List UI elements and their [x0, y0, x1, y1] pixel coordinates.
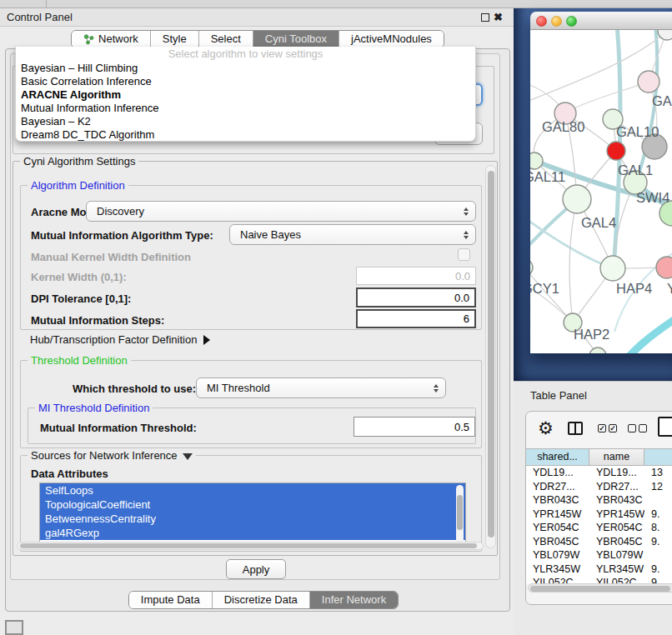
bottom-tab-discretize-data-label: Discretize Data — [224, 592, 298, 608]
network-tab-icon — [83, 34, 94, 45]
network-canvas[interactable]: GALGAL80GAL10GAL1GAL11GAL4SWI4GCY1HAP4YH… — [530, 30, 672, 353]
select-all-icon[interactable]: ✓✓ — [598, 424, 617, 432]
table-cell[interactable] — [644, 493, 672, 508]
dropdown-item-mutual-information-inference[interactable]: Mutual Information Inference — [16, 102, 475, 115]
network-node-y[interactable] — [656, 257, 672, 278]
table-cell[interactable]: 12 — [644, 480, 672, 494]
table-cell[interactable] — [644, 548, 672, 562]
bottom-tab-impute-data[interactable]: Impute Data — [129, 592, 213, 608]
attribute-item-betweennesscentrality[interactable]: BetweennessCentrality — [40, 512, 465, 526]
network-node[interactable] — [607, 142, 625, 160]
table-card: ⚙ ✓✓ shared...nameA YDL19...YDL19...13YD… — [525, 411, 672, 605]
table-settings-gear-icon[interactable]: ⚙ — [538, 418, 554, 438]
bottom-tab-infer-network[interactable]: Infer Network — [310, 592, 398, 608]
tab-select[interactable]: Select — [199, 31, 253, 48]
network-node-gal4[interactable] — [563, 185, 591, 213]
network-node[interactable] — [589, 348, 606, 353]
settings-hscrollbar-thumb[interactable] — [20, 543, 477, 548]
settings-scrollbar-thumb[interactable] — [488, 171, 494, 538]
aracne-mode-combobox[interactable]: Discovery — [86, 201, 476, 222]
mi-algorithm-type-combobox[interactable]: Naive Bayes — [229, 224, 476, 245]
table-cell[interactable]: YBL079W — [526, 548, 589, 562]
table-cell[interactable]: 8. — [644, 521, 672, 535]
table-cell[interactable]: YDL19... — [526, 466, 589, 480]
table-cell[interactable]: YBL079W — [589, 548, 644, 562]
node-label-gal4: GAL4 — [581, 215, 616, 230]
tab-network[interactable]: Network — [72, 31, 151, 48]
float-panel-icon[interactable] — [481, 13, 489, 22]
apply-button[interactable]: Apply — [226, 559, 286, 579]
attribute-item-topologicalcoefficient[interactable]: TopologicalCoefficient — [40, 498, 465, 512]
table-cell[interactable]: 9. — [644, 508, 672, 522]
table-cell[interactable]: YPR145W — [589, 508, 644, 522]
attribute-item-selfloops[interactable]: SelfLoops — [40, 483, 465, 498]
column-header-name[interactable]: name — [589, 448, 644, 466]
close-panel-icon[interactable]: ✖ — [494, 11, 503, 24]
dropdown-item-dream8-dc-tdc-algorithm[interactable]: Dream8 DC_TDC Algorithm — [16, 128, 475, 142]
table-cell[interactable]: 13 — [644, 466, 672, 480]
table-cell[interactable]: 9 — [644, 576, 672, 583]
mi-threshold-input[interactable] — [354, 417, 475, 437]
toolbar-separator — [46, 0, 47, 8]
which-threshold-combobox[interactable]: MI Threshold — [196, 378, 446, 398]
network-node-gal[interactable] — [638, 71, 659, 92]
mi-steps-input[interactable] — [356, 309, 476, 328]
table-cell[interactable]: YDR27... — [526, 480, 589, 494]
kernel-width-label: Kernel Width (0,1): — [31, 271, 127, 283]
table-cell[interactable]: YBR045C — [526, 535, 589, 549]
network-window-titlebar[interactable] — [530, 12, 672, 30]
table-horizontal-scrollbar[interactable] — [528, 583, 672, 592]
dropdown-item-bayesian-k2[interactable]: Bayesian – K2 — [16, 115, 475, 128]
tab-cyni-toolbox[interactable]: Cyni Toolbox — [253, 31, 339, 48]
table-cell[interactable]: YER054C — [526, 521, 589, 535]
tab-style[interactable]: Style — [151, 31, 199, 48]
data-attributes-list: SelfLoopsTopologicalCoefficientBetweenne… — [39, 482, 466, 544]
tab-jactivemnodules[interactable]: jActiveMNodules — [339, 31, 444, 48]
zoom-window-icon[interactable] — [566, 16, 577, 27]
node-label-gal10: GAL10 — [616, 124, 659, 139]
table-cell[interactable]: YDL19... — [589, 466, 644, 480]
table-cell[interactable]: YER054C — [589, 521, 644, 535]
export-table-icon[interactable] — [658, 417, 672, 437]
table-cell[interactable]: 9. — [644, 562, 672, 577]
minimize-window-icon[interactable] — [551, 16, 562, 27]
dropdown-item-basic-correlation-inference[interactable]: Basic Correlation Inference — [16, 75, 475, 88]
bottom-tab-discretize-data[interactable]: Discretize Data — [213, 592, 310, 608]
bottom-tab-infer-network-label: Infer Network — [322, 592, 386, 608]
hub-definition-toggle[interactable]: Hub/Transcription Factor Definition — [30, 333, 210, 346]
column-header-a[interactable]: A — [644, 448, 672, 466]
table-cell[interactable]: YIL052C — [526, 576, 589, 583]
network-node-gcy1[interactable] — [530, 259, 533, 276]
settings-horizontal-scrollbar[interactable] — [17, 542, 484, 550]
settings-vertical-scrollbar[interactable] — [485, 165, 496, 548]
column-header-shared[interactable]: shared... — [526, 448, 589, 466]
attr-list-scrollbar[interactable] — [456, 485, 464, 543]
dpi-tolerance-input[interactable] — [356, 288, 476, 308]
table-cell[interactable]: YBR043C — [589, 493, 644, 508]
attr-list-scrollbar-thumb[interactable] — [457, 495, 463, 530]
attribute-item-gal4rgexp[interactable]: gal4RGexp — [40, 526, 465, 540]
attr-items-container: SelfLoopsTopologicalCoefficientBetweenne… — [40, 483, 465, 540]
panel-grip-button[interactable] — [5, 620, 23, 635]
dropdown-item-aracne-algorithm[interactable]: ARACNE Algorithm — [16, 88, 475, 102]
network-node[interactable] — [658, 30, 672, 40]
column-selector-icon[interactable] — [568, 422, 583, 435]
node-label-gal80: GAL80 — [542, 119, 584, 134]
table-cell[interactable]: YIL052C — [589, 576, 644, 583]
table-hscrollbar-thumb[interactable] — [530, 586, 670, 592]
network-edge — [565, 82, 649, 113]
close-window-icon[interactable] — [536, 16, 547, 27]
table-cell[interactable]: YBR045C — [589, 535, 644, 549]
table-cell[interactable]: YDR27... — [589, 480, 644, 494]
network-node-hap4[interactable] — [600, 256, 625, 281]
dropdown-item-bayesian-hill-climbing[interactable]: Bayesian – Hill Climbing — [16, 62, 475, 75]
table-cell[interactable]: YBR043C — [526, 493, 589, 508]
deselect-all-icon[interactable] — [628, 424, 647, 432]
tab-style-label: Style — [163, 31, 187, 48]
table-cell[interactable]: YPR145W — [526, 508, 589, 522]
network-node-gal11[interactable] — [530, 152, 543, 169]
table-cell[interactable]: YLR345W — [526, 562, 589, 577]
table-cell[interactable]: 9. — [644, 535, 672, 549]
table-cell[interactable]: YLR345W — [589, 562, 644, 577]
tab-select-label: Select — [211, 31, 241, 48]
